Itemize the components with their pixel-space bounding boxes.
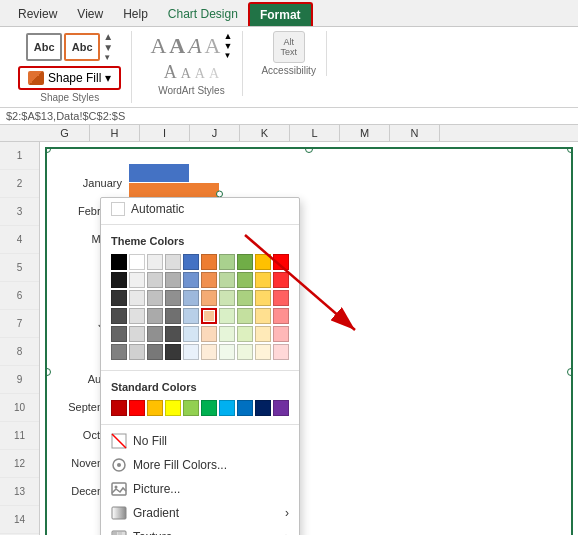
theme-color-2-5[interactable]	[201, 290, 217, 306]
theme-color-2-2[interactable]	[147, 290, 163, 306]
handle-mr[interactable]	[567, 368, 573, 376]
theme-color-2-6[interactable]	[219, 290, 235, 306]
std-color-9[interactable]	[273, 400, 289, 416]
theme-color-4-2[interactable]	[147, 326, 163, 342]
theme-color-1-3[interactable]	[165, 272, 181, 288]
theme-color-5-4[interactable]	[183, 344, 199, 360]
shape-fill-button[interactable]: Shape Fill ▾	[18, 66, 121, 90]
picture-item[interactable]: Picture...	[101, 477, 299, 501]
tab-view[interactable]: View	[67, 3, 113, 25]
theme-color-0-5[interactable]	[201, 254, 217, 270]
theme-color-1-9[interactable]	[273, 272, 289, 288]
theme-color-2-9[interactable]	[273, 290, 289, 306]
theme-color-4-7[interactable]	[237, 326, 253, 342]
theme-color-5-2[interactable]	[147, 344, 163, 360]
theme-color-2-4[interactable]	[183, 290, 199, 306]
handle-tc[interactable]	[305, 147, 313, 153]
theme-color-2-0[interactable]	[111, 290, 127, 306]
texture-item[interactable]: Texture ›	[101, 525, 299, 535]
theme-color-3-0[interactable]	[111, 308, 127, 324]
theme-color-4-1[interactable]	[129, 326, 145, 342]
std-color-1[interactable]	[129, 400, 145, 416]
theme-color-0-1[interactable]	[129, 254, 145, 270]
theme-color-5-3[interactable]	[165, 344, 181, 360]
style-box-2[interactable]: Abc	[64, 33, 100, 61]
main-area: 1234567891011121314 JanuaryFebruaryMarch…	[0, 142, 578, 535]
theme-color-2-7[interactable]	[237, 290, 253, 306]
theme-color-0-6[interactable]	[219, 254, 235, 270]
theme-color-0-8[interactable]	[255, 254, 271, 270]
theme-color-4-3[interactable]	[165, 326, 181, 342]
std-color-0[interactable]	[111, 400, 127, 416]
theme-color-0-4[interactable]	[183, 254, 199, 270]
shape-styles-group: Abc Abc ▲ ▼ ▼ Shape Fill ▾ Shape Styles	[8, 31, 132, 103]
theme-color-1-5[interactable]	[201, 272, 217, 288]
theme-color-3-5[interactable]	[201, 308, 217, 324]
theme-color-3-1[interactable]	[129, 308, 145, 324]
std-color-3[interactable]	[165, 400, 181, 416]
theme-color-0-9[interactable]	[273, 254, 289, 270]
std-color-2[interactable]	[147, 400, 163, 416]
theme-color-4-5[interactable]	[201, 326, 217, 342]
theme-color-1-7[interactable]	[237, 272, 253, 288]
theme-color-0-2[interactable]	[147, 254, 163, 270]
tab-format[interactable]: Format	[248, 2, 313, 26]
handle-ml[interactable]	[45, 368, 51, 376]
handle-tr[interactable]	[567, 147, 573, 153]
theme-color-3-3[interactable]	[165, 308, 181, 324]
theme-color-1-2[interactable]	[147, 272, 163, 288]
handle-tl[interactable]	[45, 147, 51, 153]
style-scroll-arrows[interactable]: ▲ ▼ ▼	[103, 31, 113, 62]
tab-review[interactable]: Review	[8, 3, 67, 25]
theme-color-4-8[interactable]	[255, 326, 271, 342]
shape-fill-dropdown-arrow[interactable]: ▾	[105, 71, 111, 85]
theme-color-0-3[interactable]	[165, 254, 181, 270]
alt-text-button[interactable]: Alt Text	[273, 31, 305, 63]
std-color-5[interactable]	[201, 400, 217, 416]
std-color-4[interactable]	[183, 400, 199, 416]
theme-color-3-7[interactable]	[237, 308, 253, 324]
svg-rect-6	[112, 507, 126, 519]
std-color-7[interactable]	[237, 400, 253, 416]
theme-color-2-8[interactable]	[255, 290, 271, 306]
theme-color-5-5[interactable]	[201, 344, 217, 360]
no-fill-item[interactable]: No Fill	[101, 429, 299, 453]
theme-color-0-0[interactable]	[111, 254, 127, 270]
theme-color-5-8[interactable]	[255, 344, 271, 360]
theme-color-5-1[interactable]	[129, 344, 145, 360]
tab-help[interactable]: Help	[113, 3, 158, 25]
theme-color-5-6[interactable]	[219, 344, 235, 360]
theme-color-3-6[interactable]	[219, 308, 235, 324]
wordart-arrows[interactable]: ▲ ▼ ▼	[224, 31, 233, 60]
theme-color-3-2[interactable]	[147, 308, 163, 324]
more-fill-colors-item[interactable]: More Fill Colors...	[101, 453, 299, 477]
theme-color-4-9[interactable]	[273, 326, 289, 342]
theme-color-1-8[interactable]	[255, 272, 271, 288]
std-color-6[interactable]	[219, 400, 235, 416]
wordart-a: A	[150, 33, 166, 59]
theme-color-5-7[interactable]	[237, 344, 253, 360]
theme-color-4-4[interactable]	[183, 326, 199, 342]
theme-color-4-6[interactable]	[219, 326, 235, 342]
gradient-item[interactable]: Gradient ›	[101, 501, 299, 525]
theme-color-1-0[interactable]	[111, 272, 127, 288]
theme-color-3-4[interactable]	[183, 308, 199, 324]
theme-color-row-0	[111, 254, 289, 270]
theme-color-5-0[interactable]	[111, 344, 127, 360]
theme-color-1-1[interactable]	[129, 272, 145, 288]
style-box-1[interactable]: Abc	[26, 33, 62, 61]
tab-chart-design[interactable]: Chart Design	[158, 3, 248, 25]
theme-color-1-4[interactable]	[183, 272, 199, 288]
theme-color-0-7[interactable]	[237, 254, 253, 270]
std-color-8[interactable]	[255, 400, 271, 416]
col-header-i: I	[140, 125, 190, 141]
theme-color-3-9[interactable]	[273, 308, 289, 324]
theme-color-3-8[interactable]	[255, 308, 271, 324]
theme-color-1-6[interactable]	[219, 272, 235, 288]
theme-color-2-3[interactable]	[165, 290, 181, 306]
theme-color-4-0[interactable]	[111, 326, 127, 342]
automatic-item[interactable]: Automatic	[101, 198, 299, 220]
accessibility-label: Accessibility	[261, 63, 315, 76]
theme-color-2-1[interactable]	[129, 290, 145, 306]
theme-color-5-9[interactable]	[273, 344, 289, 360]
